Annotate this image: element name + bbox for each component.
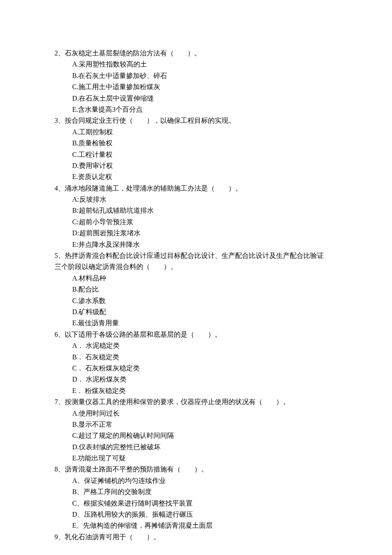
option: E.资质认定权: [72, 171, 339, 182]
option: C.工程计量权: [72, 149, 339, 160]
option: D、压路机用较大的振频、振幅进行碾压: [72, 509, 339, 520]
page-content: 2、石灰稳定土基层裂缝的防治方法有（ ）。A.采用塑性指数较高的土B.在石灰土中…: [0, 0, 392, 555]
option: B.在石灰土中适量掺加砂、碎石: [72, 70, 339, 81]
question-stem: 6、以下适用于各级公路的基层和底基层的是（ ）。: [55, 329, 339, 340]
question-stem-cont: 三个阶段以确定沥青混合料的（ ）。: [55, 261, 339, 272]
option: B.质量检验权: [72, 138, 339, 149]
option: D.费用审计权: [72, 160, 339, 171]
option: B． 石灰稳定类: [72, 352, 339, 363]
option: C.渗水系数: [72, 295, 339, 306]
option: B.显示不正常: [72, 419, 339, 430]
option: E.最佳沥青用量: [72, 318, 339, 329]
question: 6、以下适用于各级公路的基层和底基层的是（ ）。A． 水泥稳定类B． 石灰稳定类…: [55, 329, 339, 396]
option: B.配合比: [72, 284, 339, 295]
option: A.材料品种: [72, 273, 339, 284]
option: D.仪表封缄的完整性已被破坏: [72, 442, 339, 453]
option: C． 石灰粉煤灰稳定类: [72, 363, 339, 374]
options-list: A.材料品种B.配合比C.渗水系数D.矿料级配E.最佳沥青用量: [55, 273, 339, 329]
option: A、保证摊铺机的均匀连续作业: [72, 475, 339, 486]
question-stem: 2、石灰稳定土基层裂缝的防治方法有（ ）。: [55, 48, 339, 59]
question: 3、按合同规定业主行使（ ），以确保工程目标的实现。A.工期控制权B.质量检验权…: [55, 115, 339, 182]
options-list: A、保证摊铺机的均匀连续作业B、严格工序间的交验制度C、根据实铺效果进行随时调整…: [55, 475, 339, 532]
option: B、严格工序间的交验制度: [72, 486, 339, 497]
question: 5、热拌沥青混合料配合比设计应通过目标配合比设计、生产配合比设计及生产配合比验证…: [55, 250, 339, 329]
option: D． 水泥粉煤灰类: [72, 374, 339, 385]
option: A:反坡排水: [72, 194, 339, 205]
options-list: A． 水泥稳定类B． 石灰稳定类C． 石灰粉煤灰稳定类D． 水泥粉煤灰类E． 粉…: [55, 340, 339, 396]
options-list: A.使用时间过长B.显示不正常C.超过了规定的周检确认时间间隔D.仪表封缄的完整…: [55, 408, 339, 464]
question-stem: 5、热拌沥青混合料配合比设计应通过目标配合比设计、生产配合比设计及生产配合比验证: [55, 250, 339, 261]
questions-list: 2、石灰稳定土基层裂缝的防治方法有（ ）。A.采用塑性指数较高的土B.在石灰土中…: [55, 48, 339, 543]
option: E.功能出现了可疑: [72, 453, 339, 464]
question-stem: 8、沥青混凝土路面不平整的预防措施有（ ）。: [55, 464, 339, 475]
option: E:井点降水及深井降水: [72, 239, 339, 250]
question-stem: 3、按合同规定业主行使（ ），以确保工程目标的实现。: [55, 115, 339, 126]
option: C.超过了规定的周检确认时间间隔: [72, 430, 339, 441]
option: D.在石灰土层中设置伸缩缝: [72, 93, 339, 104]
option: B:超前钻孔或辅助坑道排水: [72, 205, 339, 216]
option: E.含水量提高3个百分点: [72, 104, 339, 115]
options-list: A.工期控制权B.质量检验权C.工程计量权D.费用审计权E.资质认定权: [55, 127, 339, 183]
option: E． 粉煤灰稳定类: [72, 385, 339, 396]
option: A.工期控制权: [72, 127, 339, 138]
option: A.使用时间过长: [72, 408, 339, 419]
option: D:超前围岩预注浆堵水: [72, 228, 339, 239]
option: C.施工用土中适量掺加粉煤灰: [72, 81, 339, 92]
option: A． 水泥稳定类: [72, 340, 339, 351]
option: A.采用塑性指数较高的土: [72, 59, 339, 70]
option: C、根据实铺效果进行随时调整找平装置: [72, 498, 339, 509]
option: C:超前小导管预注浆: [72, 217, 339, 228]
question-stem: 7、按测量仪器工具的使用和保管的要求，仪器应停止使用的状况有（ ）。: [55, 396, 339, 408]
question: 8、沥青混凝土路面不平整的预防措施有（ ）。A、保证摊铺机的均匀连续作业B、严格…: [55, 464, 339, 531]
question: 7、按测量仪器工具的使用和保管的要求，仪器应停止使用的状况有（ ）。A.使用时间…: [55, 396, 339, 464]
options-list: A.采用塑性指数较高的土B.在石灰土中适量掺加砂、碎石C.施工用土中适量掺加粉煤…: [55, 59, 339, 115]
question: 4、涌水地段隧道施工，处理涌水的辅助施工办法是（ ）。A:反坡排水B:超前钻孔或…: [55, 183, 339, 250]
option: D.矿料级配: [72, 306, 339, 318]
question: 9、乳化石油沥青可用于（ ）。: [55, 532, 339, 543]
option: E、先做构造的伸缩缝，再摊铺沥青混凝土面层: [72, 520, 339, 531]
options-list: A:反坡排水B:超前钻孔或辅助坑道排水C:超前小导管预注浆D:超前围岩预注浆堵水…: [55, 194, 339, 250]
question: 2、石灰稳定土基层裂缝的防治方法有（ ）。A.采用塑性指数较高的土B.在石灰土中…: [55, 48, 339, 115]
question-stem: 4、涌水地段隧道施工，处理涌水的辅助施工办法是（ ）。: [55, 183, 339, 194]
question-stem: 9、乳化石油沥青可用于（ ）。: [55, 532, 339, 543]
